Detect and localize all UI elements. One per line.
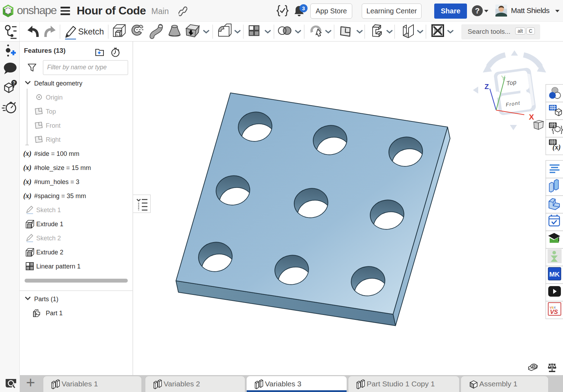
svg-text:(x): (x): [552, 143, 561, 151]
svg-text:(x): (x): [23, 164, 31, 172]
svg-text:(x): (x): [23, 150, 31, 158]
svg-text:MK: MK: [549, 271, 560, 278]
svg-text:Top: Top: [506, 79, 517, 87]
svg-text:X: X: [529, 113, 534, 121]
svg-text:Y: Y: [501, 74, 506, 82]
svg-text:VS: VS: [550, 309, 558, 315]
svg-text:(x): (x): [23, 192, 31, 200]
svg-text:Z: Z: [485, 83, 489, 90]
svg-text:(x): (x): [23, 178, 31, 186]
svg-text:?: ?: [13, 81, 15, 86]
